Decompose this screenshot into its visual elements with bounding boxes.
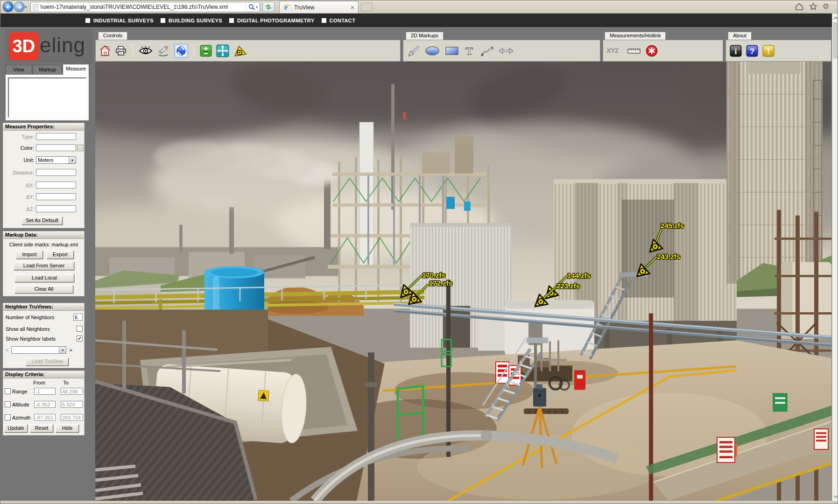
- marker-label[interactable]: 172.zfs: [429, 279, 452, 287]
- prev-neighbor-button[interactable]: <: [6, 347, 8, 353]
- reset-button[interactable]: Reset: [30, 424, 53, 433]
- markup-mode-button[interactable]: [157, 45, 170, 56]
- marker-label[interactable]: 170.zfs: [422, 271, 445, 279]
- scroll-down-icon[interactable]: [832, 492, 838, 501]
- nav-item-building-surveys[interactable]: BUILDING SURVEYS: [161, 18, 222, 23]
- set-as-default-button[interactable]: Set As Default: [21, 217, 63, 225]
- home-view-button[interactable]: [99, 45, 111, 57]
- altitude-from-field[interactable]: [34, 401, 56, 408]
- color-picker-button[interactable]: ...: [77, 145, 84, 151]
- number-of-neighbors-field[interactable]: [73, 314, 83, 321]
- concrete-yard: [338, 340, 831, 501]
- svg-text:i: i: [735, 48, 737, 56]
- new-tab-button[interactable]: [361, 3, 373, 11]
- print-button[interactable]: [115, 45, 127, 56]
- pan-button[interactable]: [216, 44, 229, 57]
- home-icon[interactable]: [795, 2, 804, 11]
- neighbor-select[interactable]: ▼: [11, 346, 66, 354]
- marker-label[interactable]: 243.zfs: [657, 252, 680, 260]
- altitude-to-field[interactable]: [61, 401, 83, 408]
- nav-item-digital-photogrammetry[interactable]: DIGITAL PHOTOGRAMMETRY: [229, 18, 314, 23]
- scrollbar-thumb[interactable]: [833, 22, 838, 59]
- rectangle-markup-button[interactable]: [444, 46, 459, 56]
- polyline-coordinates-button[interactable]: x: [479, 45, 494, 57]
- tab-measure[interactable]: Measure: [63, 64, 89, 75]
- nav-item-contact[interactable]: CONTACT: [322, 18, 356, 23]
- client-marks-label: Client side marks: markup.xml: [3, 242, 84, 247]
- address-url[interactable]: \\oem-17\materialy_stona\TRUVIEW\COWIE\L…: [40, 4, 246, 10]
- combo-arrow-icon[interactable]: ▼: [59, 347, 66, 353]
- view-mode-button[interactable]: [139, 46, 153, 56]
- browser-forward-button[interactable]: [14, 1, 25, 12]
- tab-view[interactable]: View: [5, 65, 32, 74]
- dx-field[interactable]: [36, 182, 76, 189]
- altitude-label: Altitude: [12, 402, 33, 407]
- tab-markup[interactable]: Markup: [33, 65, 62, 74]
- range-to-field[interactable]: [61, 388, 83, 395]
- ellipse-markup-button[interactable]: [424, 45, 440, 56]
- range-checkbox[interactable]: [5, 388, 11, 394]
- text-markup-button[interactable]: T: [464, 45, 475, 57]
- markups-section-tab: 2D Markups: [406, 32, 444, 40]
- settings-gear-icon[interactable]: ⚙: [823, 2, 829, 11]
- unit-select[interactable]: Meters▼: [36, 156, 76, 164]
- clear-all-button[interactable]: Clear All: [14, 285, 73, 294]
- width-measure-button[interactable]: [498, 46, 514, 56]
- combo-arrow-icon[interactable]: ▼: [69, 157, 76, 163]
- search-control[interactable]: ▾: [246, 2, 260, 12]
- update-button[interactable]: Update: [4, 424, 28, 433]
- export-button[interactable]: Export: [47, 251, 74, 259]
- view-refresh-button[interactable]: [174, 44, 188, 58]
- tab-close-button[interactable]: ×: [351, 4, 354, 11]
- address-bar[interactable]: \\oem-17\materialy_stona\TRUVIEW\COWIE\L…: [30, 2, 260, 12]
- refresh-button[interactable]: [262, 2, 275, 12]
- color-field[interactable]: [36, 144, 76, 151]
- arrow-markup-button[interactable]: [407, 45, 420, 57]
- scroll-up-icon[interactable]: [832, 14, 838, 22]
- measure-list[interactable]: [8, 77, 86, 118]
- info-button[interactable]: i: [730, 45, 742, 57]
- load-truview-button[interactable]: Load TruView: [26, 357, 69, 366]
- truview-panorama[interactable]: 170.zfs 172.zfs 144.zfs 223.zfs 245.zfs: [95, 62, 831, 501]
- azimuth-checkbox[interactable]: [5, 414, 11, 420]
- show-neighbor-labels-checkbox[interactable]: ✓: [77, 336, 83, 342]
- load-local-button[interactable]: Load Local: [14, 274, 74, 282]
- browser-tab[interactable]: e TruView ×: [279, 1, 359, 13]
- load-from-server-button[interactable]: Load From Server: [14, 262, 74, 270]
- browser-back-button[interactable]: [3, 1, 14, 12]
- recent-pages-caret-icon[interactable]: ▾: [25, 5, 27, 9]
- panorama-viewport[interactable]: 170.zfs 172.zfs 144.zfs 223.zfs 245.zfs: [95, 62, 831, 501]
- favorites-star-icon[interactable]: [809, 2, 817, 11]
- double-arrow-icon: [498, 46, 514, 56]
- page-scrollbar[interactable]: [832, 14, 838, 501]
- dy-label: ΔY:: [3, 194, 36, 200]
- dy-field[interactable]: [36, 193, 76, 200]
- measure-distance-button[interactable]: [627, 47, 641, 55]
- warning-button[interactable]: !: [762, 45, 775, 57]
- hide-button[interactable]: Hide: [56, 424, 79, 433]
- hotlink-button[interactable]: [645, 44, 658, 57]
- next-neighbor-button[interactable]: >: [69, 347, 72, 353]
- adjust-image-button[interactable]: [200, 45, 212, 57]
- warning-icon: !: [762, 45, 775, 57]
- nav-item-industrial-surveys[interactable]: INDUSTRIAL SURVEYS: [85, 18, 154, 23]
- altitude-checkbox[interactable]: [5, 401, 11, 407]
- dz-field[interactable]: [36, 205, 76, 212]
- svg-text:e: e: [284, 3, 288, 11]
- neighbor-markers-button[interactable]: [233, 45, 246, 57]
- help-button[interactable]: ?: [746, 45, 758, 57]
- xyz-coordinates-button[interactable]: XYZ XYZ: [607, 47, 623, 55]
- marker-label[interactable]: 223.zfs: [556, 282, 580, 290]
- marker-label[interactable]: 245.zfs: [661, 222, 684, 230]
- distance-field[interactable]: [36, 169, 76, 176]
- import-button[interactable]: Import: [16, 251, 43, 259]
- show-all-neighbors-checkbox[interactable]: [77, 326, 83, 332]
- range-from-field[interactable]: [34, 388, 56, 395]
- marker-label[interactable]: 144.zfs: [567, 272, 591, 280]
- type-field[interactable]: [36, 133, 76, 140]
- unit-label: Unit:: [3, 157, 36, 163]
- azimuth-to-field[interactable]: [61, 414, 83, 421]
- refresh-view-icon: [175, 45, 187, 57]
- azimuth-from-field[interactable]: [34, 414, 56, 421]
- markups-toolbar: T x: [403, 40, 600, 62]
